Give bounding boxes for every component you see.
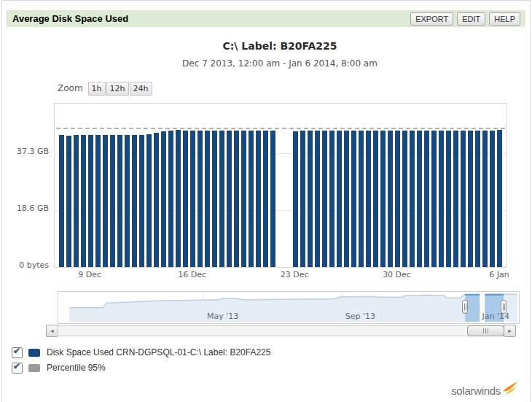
- zoom-controls: Zoom 1h 12h 24h: [58, 80, 153, 96]
- bar[interactable]: [197, 131, 203, 267]
- bar[interactable]: [110, 135, 115, 267]
- legend-label-disk-space: Disk Space Used CRN-DGPSQL-01-C:\ Label:…: [47, 347, 270, 357]
- bar[interactable]: [344, 131, 349, 267]
- bar[interactable]: [95, 135, 101, 267]
- legend-label-percentile: Percentile 95%: [47, 363, 106, 373]
- bar[interactable]: [366, 131, 371, 267]
- percentile-95-line: [56, 128, 505, 129]
- bar[interactable]: [315, 131, 320, 267]
- bar[interactable]: [59, 135, 64, 267]
- header-buttons: EXPORT EDIT HELP: [410, 12, 525, 26]
- bar[interactable]: [490, 131, 495, 267]
- navigator-right-handle[interactable]: [501, 300, 506, 314]
- y-axis-label: 0 bytes: [2, 260, 49, 270]
- bar[interactable]: [300, 131, 305, 267]
- export-button[interactable]: EXPORT: [410, 12, 453, 26]
- bar[interactable]: [190, 131, 195, 267]
- bar[interactable]: [270, 131, 275, 267]
- bar[interactable]: [402, 131, 407, 267]
- legend-checkbox-disk-space[interactable]: ✔: [12, 347, 23, 358]
- x-axis-label: 6 Jan: [489, 270, 509, 279]
- solarwinds-swoosh-icon: [502, 381, 518, 395]
- scrollbar-left-arrow-icon[interactable]: ◄: [46, 325, 58, 337]
- bar[interactable]: [482, 131, 488, 267]
- svg-text:Sep '13: Sep '13: [345, 312, 375, 321]
- bar[interactable]: [125, 135, 130, 267]
- widget-header: Average Disk Space Used EXPORT EDIT HELP: [7, 10, 525, 27]
- legend-item-percentile[interactable]: ✔ Percentile 95%: [12, 362, 106, 374]
- bar[interactable]: [139, 135, 144, 267]
- bar[interactable]: [241, 131, 246, 267]
- scrollbar-thumb[interactable]: [467, 325, 504, 336]
- bar[interactable]: [388, 131, 393, 267]
- bar[interactable]: [212, 131, 217, 267]
- chart-title: C:\ Label: B20FA225: [54, 40, 506, 52]
- help-button[interactable]: HELP: [489, 12, 520, 26]
- bar[interactable]: [308, 131, 313, 267]
- chart-subtitle: Dec 7 2013, 12:00 am - Jan 6 2014, 8:00 …: [54, 58, 506, 69]
- legend-item-disk-space[interactable]: ✔ Disk Space Used CRN-DGPSQL-01-C:\ Labe…: [12, 347, 270, 358]
- bar[interactable]: [380, 131, 386, 267]
- bar[interactable]: [431, 131, 437, 267]
- bar[interactable]: [359, 131, 364, 267]
- zoom-1h-button[interactable]: 1h: [88, 82, 106, 96]
- bar[interactable]: [329, 131, 335, 267]
- bar[interactable]: [176, 130, 181, 267]
- x-axis-label: 30 Dec: [383, 270, 411, 279]
- bar[interactable]: [256, 131, 261, 267]
- bar[interactable]: [475, 131, 480, 267]
- bar[interactable]: [205, 131, 210, 267]
- bar[interactable]: [249, 131, 254, 267]
- bar[interactable]: [322, 131, 327, 267]
- bar[interactable]: [81, 135, 86, 267]
- bar[interactable]: [446, 131, 451, 267]
- bar[interactable]: [439, 131, 444, 267]
- solarwinds-logo-text: solarwinds: [451, 384, 501, 397]
- bar[interactable]: [395, 131, 400, 267]
- bar[interactable]: [103, 135, 108, 267]
- resource-widget: Average Disk Space Used EXPORT EDIT HELP…: [1, 0, 531, 402]
- bar[interactable]: [497, 130, 502, 267]
- bar[interactable]: [234, 131, 239, 267]
- bar[interactable]: [424, 131, 429, 267]
- bar[interactable]: [468, 131, 473, 267]
- range-navigator[interactable]: May '13Sep '13Jan '14: [58, 291, 520, 324]
- bar[interactable]: [293, 131, 298, 267]
- bar[interactable]: [117, 135, 122, 267]
- bar[interactable]: [410, 131, 415, 267]
- bar[interactable]: [66, 136, 71, 267]
- bar[interactable]: [453, 131, 458, 267]
- zoom-12h-button[interactable]: 12h: [106, 82, 129, 96]
- checkmark-icon: ✔: [13, 361, 20, 371]
- bar[interactable]: [263, 131, 268, 267]
- scrollbar-right-arrow-icon[interactable]: ►: [504, 325, 516, 337]
- bar[interactable]: [337, 131, 342, 267]
- bar[interactable]: [161, 131, 166, 267]
- left-arrow-glyph: ◄: [50, 328, 55, 333]
- bar[interactable]: [351, 131, 356, 267]
- zoom-label: Zoom: [58, 83, 83, 93]
- bar[interactable]: [227, 131, 232, 267]
- bar[interactable]: [168, 131, 173, 267]
- bar[interactable]: [154, 133, 159, 267]
- right-arrow-glyph: ►: [507, 328, 512, 333]
- bar[interactable]: [373, 131, 378, 267]
- bar[interactable]: [417, 131, 422, 267]
- y-axis-label: 18.6 GB: [2, 204, 49, 213]
- zoom-24h-button[interactable]: 24h: [130, 82, 152, 96]
- chart-scrollbar: ◄ ►: [44, 325, 517, 337]
- edit-button[interactable]: EDIT: [457, 12, 485, 26]
- bar[interactable]: [132, 135, 137, 267]
- legend-checkbox-percentile[interactable]: ✔: [12, 363, 23, 374]
- bar[interactable]: [146, 134, 152, 267]
- navigator-left-handle[interactable]: [462, 300, 468, 314]
- x-axis-label: 9 Dec: [78, 270, 101, 279]
- scrollbar-track[interactable]: [58, 325, 504, 336]
- chart-plot-area[interactable]: [54, 103, 507, 268]
- bar[interactable]: [219, 131, 224, 267]
- bar[interactable]: [88, 135, 93, 267]
- bar[interactable]: [74, 135, 79, 267]
- bar[interactable]: [183, 131, 188, 267]
- widget-title: Average Disk Space Used: [7, 13, 410, 24]
- bar[interactable]: [461, 131, 466, 267]
